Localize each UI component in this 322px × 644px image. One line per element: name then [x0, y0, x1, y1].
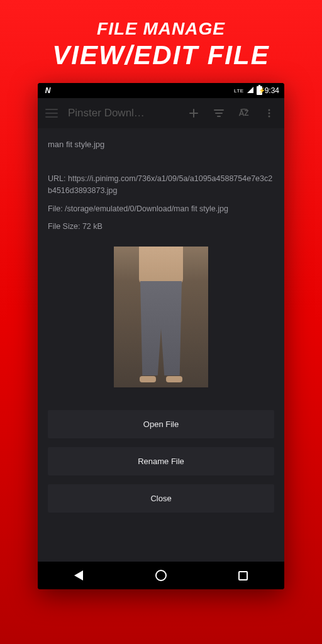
network-lte-label: LTE	[234, 88, 244, 94]
promo-subtitle: VIEW/EDIT FILE	[0, 40, 322, 70]
file-detail-panel: man fit style.jpg URL: https://i.pinimg.…	[38, 128, 284, 562]
app-bar: Pinster Downl… A͡Z	[38, 98, 284, 128]
status-bar: N LTE ⚡ 9:34	[38, 83, 284, 98]
add-icon[interactable]	[186, 106, 201, 121]
promo-title: FILE MANAGE	[0, 19, 322, 39]
menu-icon[interactable]	[45, 109, 58, 118]
android-n-icon: N	[43, 86, 53, 96]
home-button[interactable]	[142, 566, 180, 585]
file-path: File: /storage/emulated/0/Download/man f…	[48, 203, 274, 215]
file-size: File Size: 72 kB	[48, 221, 274, 233]
promo-header: FILE MANAGE VIEW/EDIT FILE	[0, 0, 322, 83]
preview-container	[48, 247, 274, 387]
svg-point-0	[269, 109, 270, 111]
close-button[interactable]: Close	[48, 484, 274, 513]
android-nav-bar	[38, 562, 284, 589]
file-name: man fit style.jpg	[48, 140, 274, 149]
back-button[interactable]	[60, 566, 97, 585]
app-title: Pinster Downl…	[68, 107, 176, 119]
rename-file-button[interactable]: Rename File	[48, 447, 274, 475]
more-icon[interactable]	[262, 106, 277, 121]
open-file-button[interactable]: Open File	[48, 410, 274, 438]
battery-icon: ⚡	[257, 86, 262, 95]
filter-icon[interactable]	[211, 106, 226, 121]
svg-point-1	[269, 113, 270, 114]
status-time: 9:34	[265, 86, 279, 95]
signal-icon	[247, 86, 254, 96]
sort-az-icon[interactable]: A͡Z	[236, 106, 252, 121]
image-preview[interactable]	[114, 247, 208, 387]
recent-apps-button[interactable]	[225, 566, 262, 585]
phone-frame: N LTE ⚡ 9:34 Pinster Downl… A͡Z man fit …	[38, 83, 284, 589]
file-url: URL: https://i.pinimg.com/736x/a1/09/5a/…	[48, 173, 274, 197]
svg-point-2	[269, 116, 270, 118]
